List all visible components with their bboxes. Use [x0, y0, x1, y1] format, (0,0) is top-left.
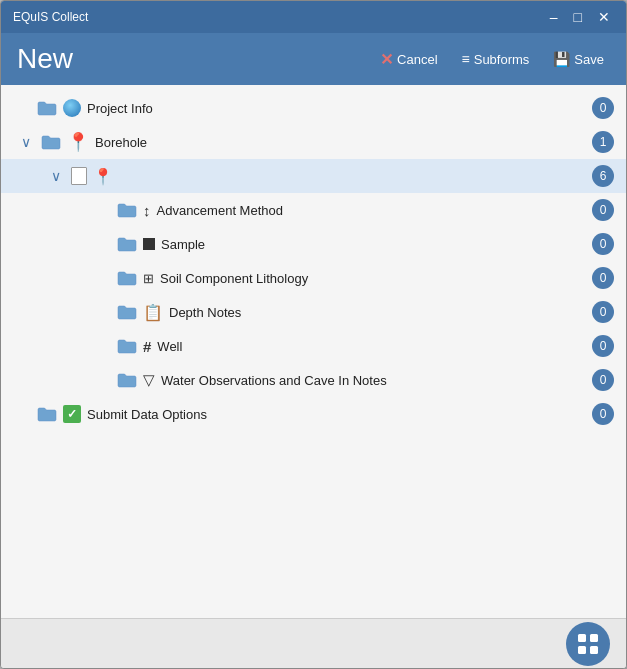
tree-item-borehole-child[interactable]: ∨ 📍 6 — [1, 159, 626, 193]
subforms-icon: ≡ — [462, 51, 470, 67]
pin-icon: 📍 — [67, 131, 89, 153]
grid-dots-icon — [575, 631, 601, 657]
tree-content: Project Info 0 ∨ 📍 Borehole 1 ∨ 📍 — [1, 85, 626, 618]
well-label: Well — [157, 339, 592, 354]
depth-notes-label: Depth Notes — [169, 305, 592, 320]
well-badge: 0 — [592, 335, 614, 357]
cancel-label: Cancel — [397, 52, 437, 67]
folder-icon — [117, 202, 137, 218]
main-window: EQuIS Collect – □ ✕ New ✕ Cancel ≡ Subfo… — [0, 0, 627, 669]
title-bar: EQuIS Collect – □ ✕ — [1, 1, 626, 33]
save-label: Save — [574, 52, 604, 67]
doc-icon — [71, 167, 87, 185]
save-button[interactable]: 💾 Save — [547, 47, 610, 71]
folder-icon — [117, 236, 137, 252]
folder-icon — [37, 100, 57, 116]
borehole-label: Borehole — [95, 135, 592, 150]
depth-notes-badge: 0 — [592, 301, 614, 323]
submit-data-label: Submit Data Options — [87, 407, 592, 422]
sample-badge: 0 — [592, 233, 614, 255]
sample-square-icon — [143, 238, 155, 250]
tree-item-soil-component[interactable]: ⊞ Soil Component Lithology 0 — [1, 261, 626, 295]
cancel-button[interactable]: ✕ Cancel — [374, 46, 443, 73]
tree-item-project-info[interactable]: Project Info 0 — [1, 91, 626, 125]
save-icon: 💾 — [553, 51, 570, 67]
subforms-label: Subforms — [474, 52, 530, 67]
submit-data-badge: 0 — [592, 403, 614, 425]
tree-item-advancement-method[interactable]: ↕ Advancement Method 0 — [1, 193, 626, 227]
window-controls: – □ ✕ — [546, 10, 614, 24]
cancel-icon: ✕ — [380, 50, 393, 69]
folder-icon — [41, 134, 61, 150]
borehole-badge: 1 — [592, 131, 614, 153]
borehole-child-badge: 6 — [592, 165, 614, 187]
folder-icon — [117, 270, 137, 286]
app-title: EQuIS Collect — [13, 10, 88, 24]
water-observations-label: Water Observations and Cave In Notes — [161, 373, 592, 388]
tree-item-well[interactable]: # Well 0 — [1, 329, 626, 363]
tree-item-borehole[interactable]: ∨ 📍 Borehole 1 — [1, 125, 626, 159]
folder-icon — [117, 372, 137, 388]
borehole-child-pin-icon: 📍 — [93, 167, 113, 186]
borehole-child-expand[interactable]: ∨ — [51, 168, 67, 184]
folder-icon — [37, 406, 57, 422]
folder-icon — [117, 304, 137, 320]
subforms-button[interactable]: ≡ Subforms — [456, 47, 536, 71]
borehole-expand[interactable]: ∨ — [21, 134, 37, 150]
soil-component-label: Soil Component Lithology — [160, 271, 592, 286]
advancement-icon: ↕ — [143, 202, 151, 219]
notepad-icon: 📋 — [143, 303, 163, 322]
hash-icon: # — [143, 338, 151, 355]
tree-item-depth-notes[interactable]: 📋 Depth Notes 0 — [1, 295, 626, 329]
footer — [1, 618, 626, 668]
minimize-button[interactable]: – — [546, 10, 562, 24]
triangle-icon: ▽ — [143, 371, 155, 389]
soil-component-badge: 0 — [592, 267, 614, 289]
svg-rect-0 — [578, 634, 586, 642]
checkbox-icon: ✓ — [63, 405, 81, 423]
folder-icon — [117, 338, 137, 354]
world-icon — [63, 99, 81, 117]
svg-rect-1 — [590, 634, 598, 642]
water-observations-badge: 0 — [592, 369, 614, 391]
tree-item-submit-data[interactable]: ✓ Submit Data Options 0 — [1, 397, 626, 431]
header: New ✕ Cancel ≡ Subforms 💾 Save — [1, 33, 626, 85]
header-actions: ✕ Cancel ≡ Subforms 💾 Save — [374, 46, 610, 73]
project-info-badge: 0 — [592, 97, 614, 119]
svg-rect-3 — [590, 646, 598, 654]
tree-item-water-observations[interactable]: ▽ Water Observations and Cave In Notes 0 — [1, 363, 626, 397]
maximize-button[interactable]: □ — [570, 10, 586, 24]
advancement-method-label: Advancement Method — [157, 203, 593, 218]
grid-icon: ⊞ — [143, 271, 154, 286]
project-info-label: Project Info — [87, 101, 592, 116]
close-button[interactable]: ✕ — [594, 10, 614, 24]
sample-label: Sample — [161, 237, 592, 252]
floating-action-button[interactable] — [566, 622, 610, 666]
svg-rect-2 — [578, 646, 586, 654]
page-title: New — [17, 43, 73, 75]
advancement-method-badge: 0 — [592, 199, 614, 221]
tree-item-sample[interactable]: Sample 0 — [1, 227, 626, 261]
